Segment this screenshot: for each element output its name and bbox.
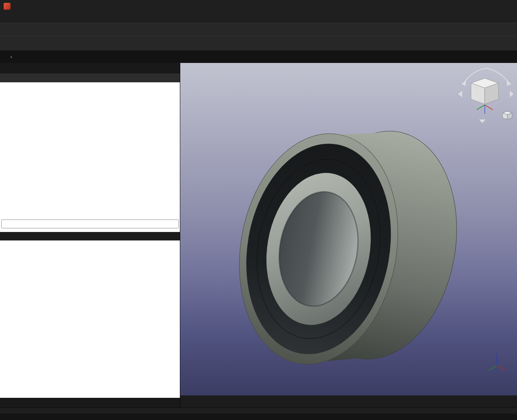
3d-viewport[interactable]	[180, 63, 517, 395]
window-controls	[461, 0, 517, 12]
menu-bar	[0, 12, 517, 23]
toolbar-view-tools	[0, 36, 517, 50]
title-bar	[0, 0, 517, 12]
property-editor	[0, 232, 180, 240]
toolbar-file-macro	[0, 23, 517, 36]
model-dock-panel	[0, 63, 180, 407]
rotate-cw-arrowhead	[507, 81, 511, 86]
model-tree	[0, 82, 180, 219]
panel-empty-space	[0, 240, 180, 398]
x-axis-line	[497, 366, 505, 370]
tree-filter-input[interactable]	[1, 219, 179, 228]
mini-cube-icon[interactable]	[502, 111, 512, 119]
panel-titlebar	[0, 73, 180, 82]
viewport-column	[180, 63, 517, 407]
navigation-cube[interactable]	[456, 65, 516, 124]
main-area	[0, 63, 517, 407]
axis-triad	[484, 349, 510, 374]
freecad-app-icon	[4, 3, 10, 10]
add-workbench-button[interactable]	[10, 53, 12, 61]
navcube-y-axis	[477, 105, 485, 110]
workbench-tab-bar	[0, 50, 517, 63]
dock-tab-bar	[0, 63, 180, 73]
navcube-x-axis	[485, 105, 493, 110]
status-bar	[0, 407, 517, 414]
windows-taskbar	[0, 414, 517, 420]
close-button[interactable]	[498, 0, 517, 12]
property-section-header[interactable]	[0, 232, 180, 240]
view-data-tab-bar	[0, 398, 180, 407]
y-axis-line	[488, 366, 497, 370]
rotate-ccw-arrowhead	[461, 81, 466, 86]
nav-left-arrow[interactable]	[458, 91, 462, 97]
document-tab-bar	[180, 395, 517, 407]
minimize-button[interactable]	[461, 0, 480, 12]
nav-right-arrow[interactable]	[510, 91, 514, 97]
nav-down-arrow[interactable]	[479, 119, 486, 123]
workbench-tab-extras	[6, 53, 12, 61]
maximize-button[interactable]	[480, 0, 498, 12]
